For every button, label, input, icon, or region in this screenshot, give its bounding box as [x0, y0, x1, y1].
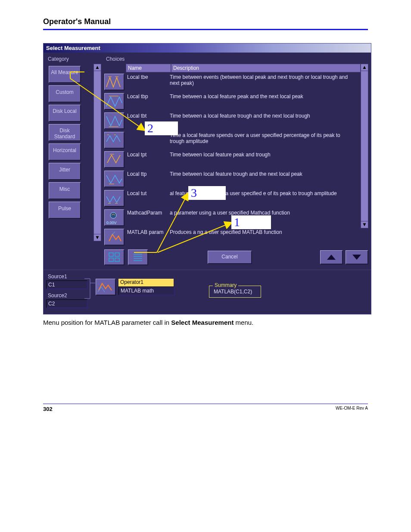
table-row[interactable]: Local tpt Time between local feature pea…: [104, 150, 361, 169]
source2-field[interactable]: C2: [46, 299, 87, 308]
svg-marker-15: [327, 255, 336, 260]
page-number: 302: [43, 406, 53, 412]
table-row[interactable]: Local tbp Time between a local feature p…: [104, 92, 361, 111]
category-label: Category: [48, 56, 103, 62]
operator-field[interactable]: MATLAB math: [118, 286, 174, 295]
table-row[interactable]: Time a local feature spends over a user …: [104, 131, 361, 150]
category-disk-local[interactable]: Disk Local: [49, 105, 81, 122]
table-row[interactable]: Local tut al feature spends under a user…: [104, 189, 361, 208]
source2-label: Source2: [48, 292, 96, 299]
category-jitter[interactable]: Jitter: [49, 163, 81, 180]
footer-rule: [43, 404, 368, 404]
table-row[interactable]: Local ttp Time between local feature tro…: [104, 169, 361, 189]
source1-field[interactable]: C1: [46, 280, 87, 289]
table-row[interactable]: MATLAB param Produces a ng a user specif…: [104, 227, 361, 247]
svg-marker-16: [352, 255, 361, 260]
scroll-up-icon[interactable]: ▲: [94, 64, 101, 71]
svg-rect-10: [115, 258, 119, 261]
page-down-button[interactable]: [346, 250, 368, 264]
table-row[interactable]: Local tbt Time between a local feature t…: [104, 111, 361, 131]
choices-scrollbar[interactable]: ▲ ▼: [361, 64, 368, 228]
operator-label: Operator1: [118, 279, 174, 286]
measurement-icon: [104, 74, 125, 90]
svg-rect-8: [115, 253, 119, 256]
figure-caption: Menu position for MATLAB parameter call …: [43, 319, 368, 326]
measurement-icon: [104, 112, 125, 129]
table-row[interactable]: Local tbe Time between events (between l…: [104, 72, 361, 92]
measurement-icon: [104, 171, 125, 187]
measurement-icon: [104, 93, 125, 110]
summary-value: MATLAB(C1,C2): [214, 289, 252, 295]
cancel-button[interactable]: Cancel: [208, 251, 252, 264]
measurement-icon: [104, 190, 125, 207]
column-description-header[interactable]: Description: [171, 64, 361, 72]
measurement-icon: [104, 132, 125, 149]
select-measurement-window: Select Measurement Category All Measure …: [43, 43, 371, 314]
choices-label: Choices: [106, 56, 368, 62]
column-name-header[interactable]: Name: [126, 64, 171, 72]
category-custom[interactable]: Custom: [49, 85, 81, 103]
mathcad-icon: 0.00V: [104, 209, 125, 226]
window-titlebar: Select Measurement: [44, 44, 371, 53]
summary-title: Summary: [213, 282, 238, 288]
operator-icon[interactable]: [96, 279, 116, 296]
source1-label: Source1: [48, 274, 96, 280]
svg-rect-7: [109, 253, 113, 256]
table-row[interactable]: 0.00V MathcadParam a parameter using a u…: [104, 208, 361, 227]
page-up-button[interactable]: [320, 250, 343, 264]
summary-box: Summary MATLAB(C1,C2): [209, 286, 261, 298]
category-disk-standard[interactable]: Disk Standard: [49, 124, 81, 141]
scroll-up-icon[interactable]: ▲: [361, 64, 368, 71]
category-misc[interactable]: Misc: [49, 182, 81, 199]
measurement-icon: [104, 151, 125, 168]
category-horizontal[interactable]: Horizontal: [49, 143, 81, 161]
view-icons-button[interactable]: [104, 249, 125, 265]
svg-point-6: [110, 212, 116, 218]
category-scrollbar[interactable]: ▲ ▼: [93, 64, 101, 241]
revision-label: WE-OM-E Rev A: [336, 406, 368, 412]
header-rule: [43, 29, 368, 30]
matlab-icon: [104, 229, 125, 246]
category-all-measure[interactable]: All Measure: [49, 66, 81, 83]
view-list-button[interactable]: [128, 249, 148, 265]
scroll-down-icon[interactable]: ▼: [361, 221, 368, 228]
svg-rect-9: [109, 258, 113, 261]
category-pulse[interactable]: Pulse: [49, 202, 81, 219]
page-header: Operator's Manual: [43, 17, 368, 26]
scroll-down-icon[interactable]: ▼: [94, 234, 101, 241]
